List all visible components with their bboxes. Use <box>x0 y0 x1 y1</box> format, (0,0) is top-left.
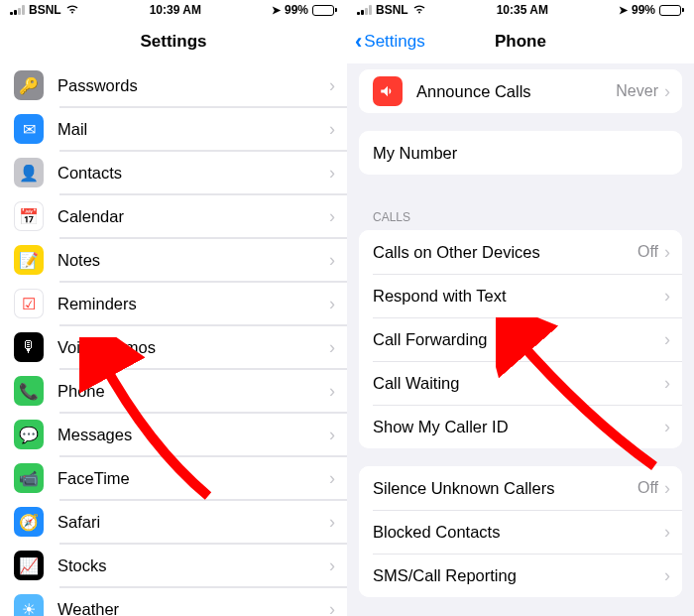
battery-icon <box>659 5 684 16</box>
settings-row-label: Calendar <box>58 207 329 226</box>
row-label: Calls on Other Devices <box>373 243 637 262</box>
status-time: 10:35 AM <box>426 3 619 17</box>
row-label: Call Waiting <box>373 374 664 393</box>
settings-row-contacts[interactable]: 👤Contacts› <box>0 151 347 194</box>
signal-icon <box>10 5 25 15</box>
settings-list: 🔑Passwords›✉︎Mail›👤Contacts›📅Calendar›📝N… <box>0 63 347 616</box>
carrier-label: BSNL <box>29 3 61 17</box>
chevron-right-icon: › <box>664 478 670 499</box>
settings-row-notes[interactable]: 📝Notes› <box>0 238 347 282</box>
status-time: 10:39 AM <box>79 3 272 17</box>
announce-calls-row[interactable]: Announce Calls Never › <box>359 69 682 113</box>
blocked-contacts-row[interactable]: Blocked Contacts› <box>359 510 682 554</box>
call-waiting-row[interactable]: Call Waiting› <box>359 361 682 405</box>
announce-label: Announce Calls <box>416 82 616 101</box>
chevron-right-icon: › <box>329 512 335 533</box>
chevron-right-icon: › <box>329 337 335 358</box>
wifi-icon <box>65 3 79 17</box>
settings-row-label: Notes <box>58 251 329 270</box>
settings-row-weather[interactable]: ☀︎Weather› <box>0 587 347 616</box>
respond-with-text-row[interactable]: Respond with Text› <box>359 274 682 317</box>
announce-icon <box>373 76 403 106</box>
misc-group: Silence Unknown CallersOff›Blocked Conta… <box>359 466 682 597</box>
signal-icon <box>357 5 372 15</box>
messages-icon: 💬 <box>14 420 44 449</box>
notes-icon: 📝 <box>14 245 44 275</box>
facetime-icon: 📹 <box>14 463 44 493</box>
battery-icon <box>312 5 337 16</box>
settings-row-label: Contacts <box>58 164 329 183</box>
row-value: Off <box>637 479 658 497</box>
settings-row-label: Safari <box>58 513 329 532</box>
row-label: Respond with Text <box>373 287 664 306</box>
chevron-right-icon: › <box>329 468 335 489</box>
my-number-row[interactable]: My Number <box>359 131 682 175</box>
back-button[interactable]: ‹ Settings <box>355 29 425 55</box>
chevron-right-icon: › <box>329 206 335 227</box>
stocks-icon: 📈 <box>14 551 44 580</box>
chevron-right-icon: › <box>664 373 670 394</box>
settings-row-messages[interactable]: 💬Messages› <box>0 413 347 456</box>
chevron-left-icon: ‹ <box>355 29 362 55</box>
settings-row-label: Passwords <box>58 76 329 95</box>
chevron-right-icon: › <box>664 522 670 543</box>
chevron-right-icon: › <box>329 119 335 140</box>
announce-value: Never <box>616 82 658 100</box>
nav-bar: ‹ Settings Phone <box>347 20 694 63</box>
chevron-right-icon: › <box>329 163 335 184</box>
row-label: Show My Caller ID <box>373 418 664 436</box>
settings-row-label: Reminders <box>58 295 329 313</box>
page-title: Phone <box>495 32 546 52</box>
row-label: Blocked Contacts <box>373 523 664 542</box>
call-forwarding-row[interactable]: Call Forwarding› <box>359 317 682 361</box>
settings-row-safari[interactable]: 🧭Safari› <box>0 500 347 544</box>
sms-call-reporting-row[interactable]: SMS/Call Reporting› <box>359 554 682 597</box>
settings-row-mail[interactable]: ✉︎Mail› <box>0 107 347 151</box>
chevron-right-icon: › <box>664 417 670 437</box>
calendar-icon: 📅 <box>14 201 44 231</box>
nav-bar: Settings <box>0 20 347 63</box>
phone-icon: 📞 <box>14 376 44 406</box>
calls-header: CALLS <box>347 192 694 230</box>
settings-row-label: Weather <box>58 600 329 617</box>
settings-row-phone[interactable]: 📞Phone› <box>0 369 347 413</box>
chevron-right-icon: › <box>329 555 335 576</box>
silence-unknown-row[interactable]: Silence Unknown CallersOff› <box>359 466 682 510</box>
chevron-right-icon: › <box>664 286 670 307</box>
weather-icon: ☀︎ <box>14 594 44 616</box>
voice-memos-icon: 🎙 <box>14 332 44 362</box>
chevron-right-icon: › <box>664 242 670 263</box>
row-label: Call Forwarding <box>373 330 664 349</box>
settings-row-label: Voice Memos <box>58 338 329 357</box>
settings-row-facetime[interactable]: 📹FaceTime› <box>0 456 347 500</box>
settings-row-label: Mail <box>58 120 329 139</box>
settings-row-calendar[interactable]: 📅Calendar› <box>0 194 347 238</box>
my-number-group: My Number <box>359 131 682 175</box>
contacts-icon: 👤 <box>14 158 44 187</box>
wifi-icon <box>412 3 426 17</box>
page-title: Settings <box>140 32 206 52</box>
chevron-right-icon: › <box>329 599 335 617</box>
my-number-label: My Number <box>373 144 670 163</box>
settings-row-passwords[interactable]: 🔑Passwords› <box>0 63 347 107</box>
settings-row-label: Stocks <box>58 556 329 575</box>
settings-screen: BSNL 10:39 AM ➤ 99% Settings 🔑Passwords›… <box>0 0 347 616</box>
back-label: Settings <box>364 32 424 52</box>
battery-percent: 99% <box>285 3 308 17</box>
settings-row-voice-memos[interactable]: 🎙Voice Memos› <box>0 325 347 369</box>
row-label: SMS/Call Reporting <box>373 566 664 585</box>
chevron-right-icon: › <box>329 294 335 314</box>
carrier-label: BSNL <box>376 3 408 17</box>
battery-percent: 99% <box>632 3 655 17</box>
show-caller-id-row[interactable]: Show My Caller ID› <box>359 405 682 448</box>
location-icon: ➤ <box>619 4 628 17</box>
settings-row-reminders[interactable]: ☑︎Reminders› <box>0 282 347 325</box>
announce-group: Announce Calls Never › <box>359 69 682 113</box>
settings-row-stocks[interactable]: 📈Stocks› <box>0 544 347 587</box>
mail-icon: ✉︎ <box>14 114 44 144</box>
status-bar: BSNL 10:39 AM ➤ 99% <box>0 0 347 20</box>
chevron-right-icon: › <box>329 381 335 402</box>
safari-icon: 🧭 <box>14 507 44 537</box>
status-bar: BSNL 10:35 AM ➤ 99% <box>347 0 694 20</box>
calls-other-devices-row[interactable]: Calls on Other DevicesOff› <box>359 230 682 274</box>
